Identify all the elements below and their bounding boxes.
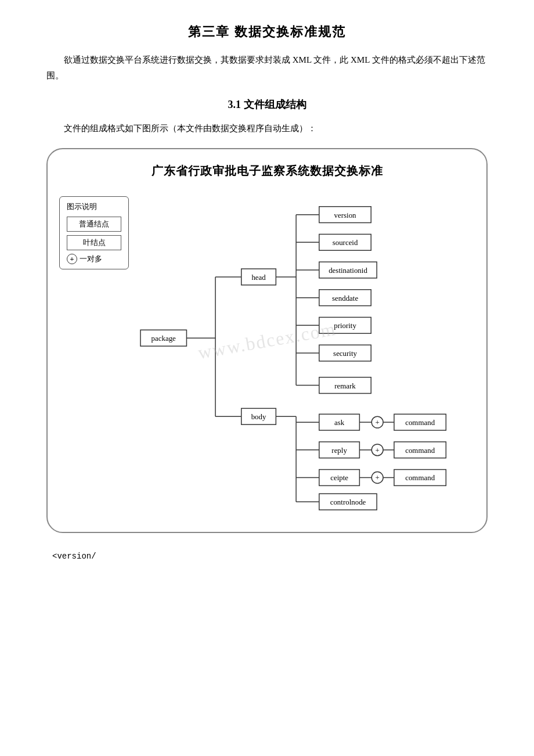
svg-text:command: command	[405, 473, 435, 482]
legend-title: 图示说明	[67, 201, 121, 212]
legend-leaf-node: 叶结点	[67, 235, 121, 250]
tree-area: package head versi	[140, 190, 475, 518]
svg-text:+: +	[376, 446, 380, 455]
diagram-title: 广东省行政审批电子监察系统数据交换标准	[59, 163, 475, 179]
legend-one-to-many-label: 一对多	[80, 254, 102, 264]
diagram-container: 广东省行政审批电子监察系统数据交换标准 www.bdcex.com 图示说明 普…	[46, 148, 488, 533]
footer-code: <version/	[52, 552, 488, 561]
section-desc: 文件的组成格式如下图所示（本文件由数据交换程序自动生成）：	[46, 121, 488, 136]
legend-one-to-many: + 一对多	[67, 254, 121, 264]
svg-text:+: +	[376, 418, 380, 427]
svg-text:ask: ask	[334, 418, 345, 427]
svg-text:+: +	[376, 473, 380, 482]
svg-text:senddate: senddate	[332, 294, 358, 303]
tree-svg: package head versi	[140, 190, 475, 516]
section-title: 3.1 文件组成结构	[46, 98, 488, 111]
svg-text:command: command	[405, 418, 435, 427]
svg-text:command: command	[405, 446, 435, 455]
circle-plus-icon: +	[67, 254, 77, 264]
intro-text: 欲通过数据交换平台系统进行数据交换，其数据要求封装成 XML 文件，此 XML …	[46, 52, 488, 84]
svg-text:body: body	[251, 412, 266, 421]
svg-text:destinationid: destinationid	[329, 266, 367, 275]
svg-text:priority: priority	[334, 321, 356, 330]
svg-text:security: security	[333, 349, 357, 358]
svg-text:ceipte: ceipte	[330, 473, 348, 482]
svg-text:reply: reply	[331, 446, 347, 455]
svg-text:package: package	[151, 334, 176, 343]
svg-text:controlnode: controlnode	[330, 498, 366, 506]
svg-text:remark: remark	[334, 381, 356, 390]
svg-text:version: version	[334, 211, 357, 219]
legend: 图示说明 普通结点 叶结点 + 一对多	[59, 196, 129, 269]
svg-text:head: head	[251, 273, 266, 282]
legend-normal-node: 普通结点	[67, 217, 121, 232]
diagram-body: 图示说明 普通结点 叶结点 + 一对多 package	[59, 190, 475, 518]
chapter-title: 第三章 数据交换标准规范	[46, 23, 488, 41]
svg-text:sourceid: sourceid	[333, 238, 358, 247]
